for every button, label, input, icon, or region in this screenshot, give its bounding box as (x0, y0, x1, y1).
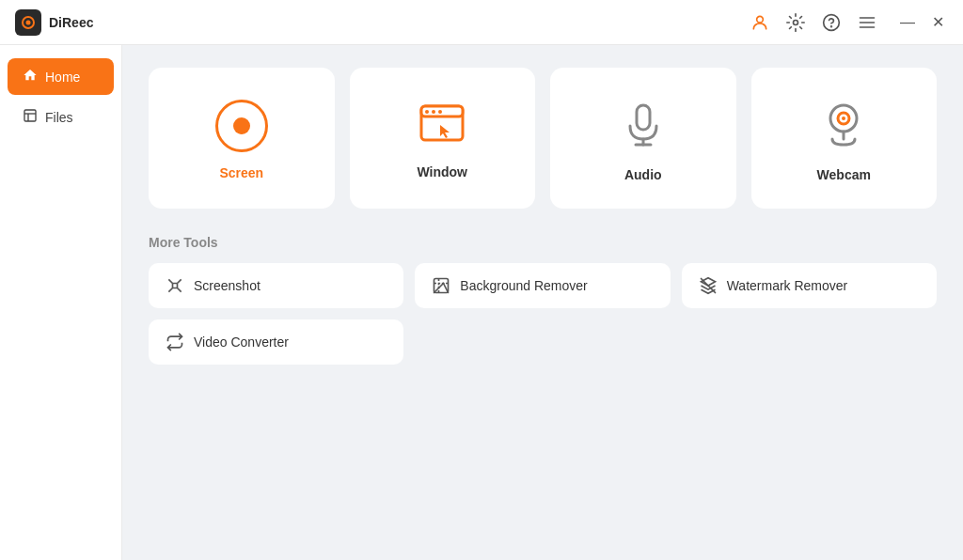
screen-card-label: Screen (219, 165, 263, 180)
titlebar-right: — ✕ (750, 12, 948, 33)
video-converter-label: Video Converter (194, 334, 289, 350)
webcam-card-label: Webcam (817, 167, 871, 182)
tool-screenshot[interactable]: Screenshot (149, 263, 403, 308)
recording-cards: Screen Window (149, 68, 937, 209)
svg-line-25 (178, 288, 182, 292)
close-button[interactable]: ✕ (928, 13, 948, 32)
svg-point-13 (432, 110, 435, 114)
titlebar: DiReec (0, 0, 963, 45)
background-remover-label: Background Remover (460, 278, 587, 293)
svg-rect-7 (24, 110, 36, 121)
menu-icon[interactable] (857, 12, 877, 33)
app-logo (15, 9, 41, 36)
audio-card-icon (617, 98, 670, 154)
card-window[interactable]: Window (350, 68, 536, 209)
profile-icon[interactable] (750, 12, 770, 33)
screenshot-icon (166, 276, 184, 295)
webcam-card-icon (817, 98, 870, 154)
window-card-icon (416, 101, 468, 151)
screenshot-label: Screenshot (194, 278, 260, 293)
window-controls: — ✕ (896, 13, 948, 32)
svg-point-14 (438, 110, 442, 114)
tool-video-converter[interactable]: Video Converter (149, 319, 403, 365)
app-body: Home Files Screen (0, 45, 963, 560)
main-content: Screen Window (122, 45, 963, 560)
window-card-label: Window (417, 164, 467, 179)
home-icon (23, 68, 38, 86)
tool-background-remover[interactable]: Background Remover (415, 263, 670, 308)
watermark-remover-icon (699, 276, 718, 295)
sidebar: Home Files (0, 45, 122, 560)
sidebar-item-home[interactable]: Home (8, 58, 114, 95)
app-title: DiReec (49, 15, 93, 30)
svg-line-22 (168, 279, 172, 283)
svg-point-3 (831, 25, 832, 26)
minimize-button[interactable]: — (896, 13, 919, 32)
card-webcam[interactable]: Webcam (751, 68, 938, 209)
svg-point-12 (425, 110, 429, 114)
svg-rect-15 (637, 105, 650, 130)
audio-card-label: Audio (624, 167, 662, 182)
svg-point-1 (794, 20, 798, 24)
screen-card-icon (215, 100, 268, 152)
svg-line-24 (168, 288, 172, 292)
background-remover-icon (432, 276, 450, 295)
svg-line-23 (178, 279, 182, 283)
settings-icon[interactable] (785, 12, 806, 33)
svg-point-0 (757, 16, 764, 23)
files-icon (23, 108, 38, 126)
svg-point-20 (842, 117, 845, 120)
sidebar-item-files[interactable]: Files (8, 99, 114, 135)
help-icon[interactable] (821, 12, 842, 33)
video-converter-icon (166, 333, 184, 351)
more-tools-section: More Tools Screenshot (149, 235, 937, 365)
sidebar-home-label: Home (45, 70, 80, 85)
titlebar-left: DiReec (15, 9, 93, 36)
app-logo-icon (22, 16, 35, 29)
card-screen[interactable]: Screen (149, 68, 335, 209)
card-audio[interactable]: Audio (550, 68, 736, 209)
tool-watermark-remover[interactable]: Watermark Remover (682, 263, 937, 308)
watermark-remover-label: Watermark Remover (727, 278, 848, 293)
svg-rect-26 (173, 284, 178, 288)
sidebar-files-label: Files (45, 110, 73, 125)
more-tools-heading: More Tools (149, 235, 937, 250)
tools-grid: Screenshot Background Remover (149, 263, 937, 365)
